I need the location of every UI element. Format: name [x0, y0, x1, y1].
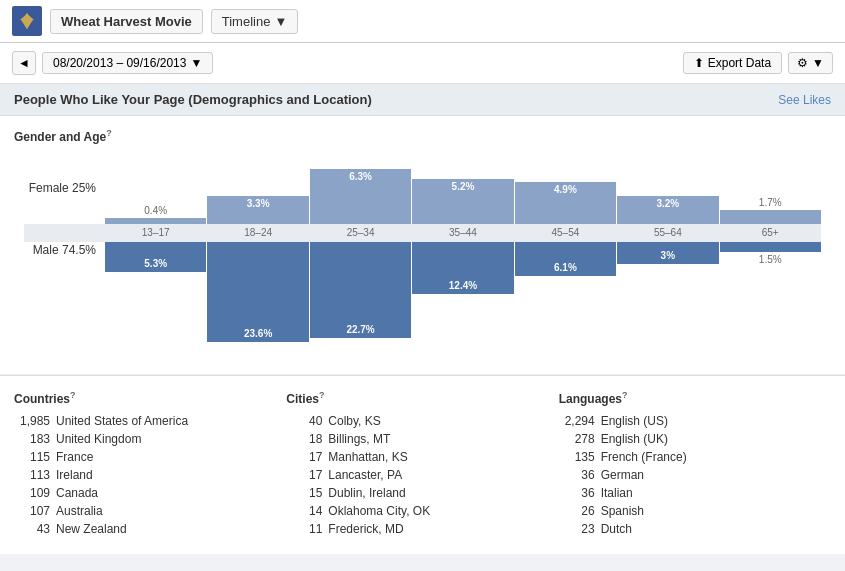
list-item: 1,985 United States of America: [14, 414, 266, 428]
female-bar-0: 0.4%: [105, 154, 206, 224]
dropdown-arrow-icon: ▼: [274, 14, 287, 29]
list-item: 40 Colby, KS: [286, 414, 538, 428]
top-bar: Wheat Harvest Movie Timeline ▼: [0, 0, 845, 43]
list-item: 36 Italian: [559, 486, 811, 500]
data-tables: Countries? 1,985 United States of Americ…: [0, 375, 845, 554]
male-bar-5: 3%: [617, 242, 718, 362]
list-item: 15 Dublin, Ireland: [286, 486, 538, 500]
list-item: 18 Billings, MT: [286, 432, 538, 446]
back-arrow-icon: ◄: [18, 56, 30, 70]
settings-button[interactable]: ⚙ ▼: [788, 52, 833, 74]
chart-container: Female 25% 0.4% 3.3% 6.3% 5.2%: [14, 154, 831, 362]
list-item: 17 Manhattan, KS: [286, 450, 538, 464]
female-bar-1: 3.3%: [207, 154, 308, 224]
info-superscript: ?: [106, 128, 112, 138]
female-bar-5: 3.2%: [617, 154, 718, 224]
age-label-0: 13–17: [105, 224, 206, 242]
list-item: 11 Frederick, MD: [286, 522, 538, 536]
list-item: 109 Canada: [14, 486, 266, 500]
list-item: 23 Dutch: [559, 522, 811, 536]
female-row: Female 25% 0.4% 3.3% 6.3% 5.2%: [24, 154, 821, 224]
female-label: Female 25%: [24, 182, 104, 196]
countries-title: Countries?: [14, 390, 266, 406]
languages-title: Languages?: [559, 390, 811, 406]
age-label-3: 35–44: [412, 224, 513, 242]
male-bar-2: 22.7%: [310, 242, 411, 362]
list-item: 278 English (UK): [559, 432, 811, 446]
list-item: 107 Australia: [14, 504, 266, 518]
export-button[interactable]: ⬆ Export Data: [683, 52, 782, 74]
male-bar-0: 5.3%: [105, 242, 206, 362]
countries-section: Countries? 1,985 United States of Americ…: [14, 390, 286, 540]
section-header: People Who Like Your Page (Demographics …: [0, 84, 845, 116]
cities-title: Cities?: [286, 390, 538, 406]
section-title: People Who Like Your Page (Demographics …: [14, 92, 372, 107]
list-item: 36 German: [559, 468, 811, 482]
list-item: 26 Spanish: [559, 504, 811, 518]
male-bar-3: 12.4%: [412, 242, 513, 362]
age-label-6: 65+: [720, 224, 821, 242]
age-label-2: 25–34: [310, 224, 411, 242]
female-bar-6: 1.7%: [720, 154, 821, 224]
cities-section: Cities? 40 Colby, KS 18 Billings, MT 17 …: [286, 390, 558, 540]
export-label: Export Data: [708, 56, 771, 70]
list-item: 113 Ireland: [14, 468, 266, 482]
male-label: Male 74.5%: [24, 242, 104, 256]
page-icon: [12, 6, 42, 36]
male-row: Male 74.5% 5.3% 23.6% 22.7% 12.4%: [24, 242, 821, 362]
age-labels-row: 13–17 18–24 25–34 35–44 45–54 55–64 65+: [24, 224, 821, 242]
list-item: 183 United Kingdom: [14, 432, 266, 446]
gender-age-section: Gender and Age? Female 25% 0.4% 3.3% 6.3…: [0, 116, 845, 375]
date-dropdown-icon: ▼: [190, 56, 202, 70]
date-range-label: 08/20/2013 – 09/16/2013: [53, 56, 186, 70]
timeline-button[interactable]: Timeline ▼: [211, 9, 299, 34]
page-name-button[interactable]: Wheat Harvest Movie: [50, 9, 203, 34]
female-bar-4: 4.9%: [515, 154, 616, 224]
age-label-4: 45–54: [515, 224, 616, 242]
male-bar-1: 23.6%: [207, 242, 308, 362]
male-bar-4: 6.1%: [515, 242, 616, 362]
female-bar-2: 6.3%: [310, 154, 411, 224]
date-range-button[interactable]: 08/20/2013 – 09/16/2013 ▼: [42, 52, 213, 74]
list-item: 135 French (France): [559, 450, 811, 464]
toolbar-right: ⬆ Export Data ⚙ ▼: [683, 52, 833, 74]
languages-section: Languages? 2,294 English (US) 278 Englis…: [559, 390, 831, 540]
back-button[interactable]: ◄: [12, 51, 36, 75]
see-likes-link[interactable]: See Likes: [778, 93, 831, 107]
age-label-5: 55–64: [617, 224, 718, 242]
main-content: People Who Like Your Page (Demographics …: [0, 84, 845, 554]
list-item: 14 Oklahoma City, OK: [286, 504, 538, 518]
female-bar-3: 5.2%: [412, 154, 513, 224]
male-bar-6: 1.5%: [720, 242, 821, 362]
list-item: 43 New Zealand: [14, 522, 266, 536]
export-icon: ⬆: [694, 56, 704, 70]
settings-dropdown-icon: ▼: [812, 56, 824, 70]
gender-age-title: Gender and Age?: [14, 128, 831, 144]
age-label-1: 18–24: [207, 224, 308, 242]
list-item: 115 France: [14, 450, 266, 464]
settings-icon: ⚙: [797, 56, 808, 70]
toolbar-left: ◄ 08/20/2013 – 09/16/2013 ▼: [12, 51, 213, 75]
toolbar: ◄ 08/20/2013 – 09/16/2013 ▼ ⬆ Export Dat…: [0, 43, 845, 84]
list-item: 2,294 English (US): [559, 414, 811, 428]
list-item: 17 Lancaster, PA: [286, 468, 538, 482]
